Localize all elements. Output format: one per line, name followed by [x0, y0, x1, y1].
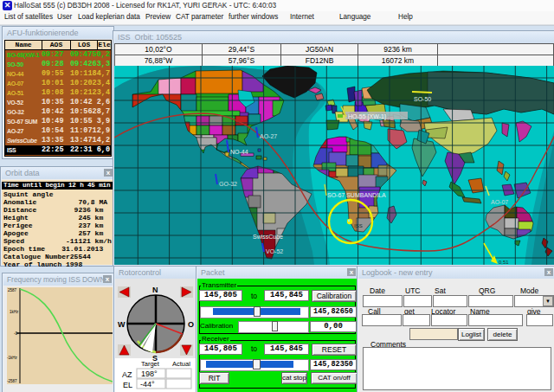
- svg-text:Actual: Actual: [172, 360, 190, 368]
- svg-text:EL: EL: [123, 381, 132, 389]
- svg-text:-0: -0: [14, 331, 17, 336]
- svg-text:2587: 2587: [8, 288, 17, 292]
- svg-text:SO-67 SUMBANDILA: SO-67 SUMBANDILA: [327, 192, 386, 198]
- svg-text:NO-44: NO-44: [230, 149, 248, 155]
- svg-text:O: O: [188, 320, 194, 329]
- svg-text:1kHz: 1kHz: [10, 310, 19, 314]
- svg-text:AO-07: AO-07: [491, 199, 508, 205]
- svg-text:HO-55 [XW-1]: HO-55 [XW-1]: [348, 113, 386, 120]
- svg-text:SO-50: SO-50: [414, 96, 431, 102]
- svg-text:-2587: -2587: [7, 379, 17, 383]
- svg-text:ISS: ISS: [354, 223, 363, 228]
- svg-text:AZ: AZ: [122, 370, 132, 379]
- svg-text:-1kHz: -1kHz: [7, 356, 18, 360]
- svg-text:W: W: [118, 320, 126, 329]
- svg-text:198°: 198°: [141, 370, 158, 378]
- svg-text:N: N: [152, 286, 158, 294]
- svg-text:VO-52: VO-52: [266, 248, 283, 254]
- svg-text:GO-32: GO-32: [219, 181, 237, 187]
- svg-text:SwissCube: SwissCube: [253, 234, 283, 240]
- svg-text:0,51: 0,51: [499, 260, 509, 265]
- svg-text:Target: Target: [141, 360, 160, 368]
- svg-text:AO-27: AO-27: [260, 133, 277, 139]
- svg-text:-44°: -44°: [140, 380, 155, 389]
